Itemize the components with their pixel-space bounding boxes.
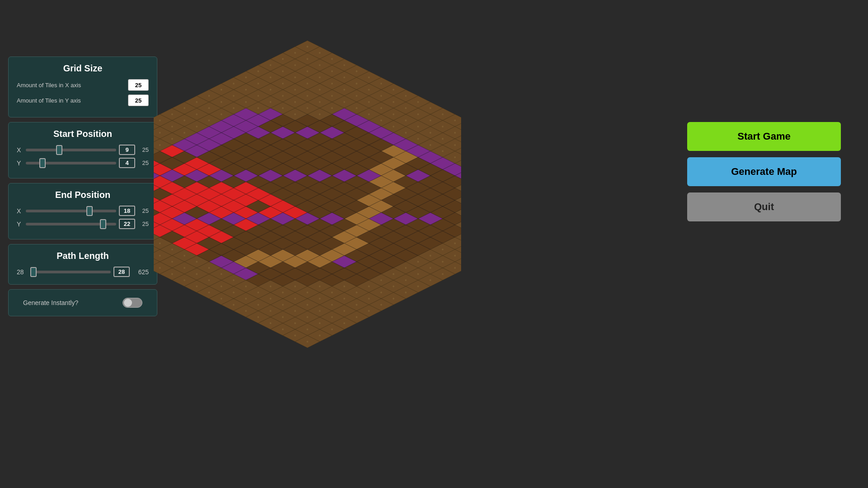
svg-point-932: [429, 279, 431, 281]
svg-point-386: [221, 89, 222, 91]
svg-point-723: [454, 255, 456, 257]
svg-point-159: [319, 89, 321, 91]
grid-size-y-input[interactable]: [128, 94, 149, 106]
start-x-value: 9: [119, 145, 135, 155]
svg-point-270: [294, 101, 296, 103]
svg-point-1439: [233, 279, 235, 281]
svg-point-325: [245, 89, 247, 91]
svg-point-103: [294, 64, 296, 66]
svg-point-1272: [356, 304, 358, 306]
grid-size-x-input[interactable]: [128, 79, 149, 91]
svg-point-869: [159, 144, 161, 146]
svg-point-591: [196, 113, 198, 115]
svg-point-169: [380, 120, 382, 122]
svg-point-1433: [196, 261, 198, 263]
svg-point-331: [282, 107, 284, 109]
start-y-slider[interactable]: [26, 162, 116, 164]
svg-point-5: [331, 58, 333, 60]
svg-point-329: [269, 101, 271, 103]
svg-point-121: [405, 120, 407, 122]
start-y-row: Y 4 25: [17, 158, 149, 168]
svg-point-1491: [233, 291, 235, 293]
quit-button[interactable]: Quit: [687, 192, 841, 221]
svg-point-1545: [245, 310, 247, 312]
svg-point-19: [417, 101, 419, 103]
start-position-panel: Start Position X 9 25 Y 4 25: [8, 122, 157, 178]
svg-point-1427: [159, 243, 161, 244]
end-x-slider[interactable]: [26, 210, 116, 212]
svg-point-179: [442, 150, 443, 152]
svg-point-1547: [257, 316, 259, 318]
end-y-axis-label: Y: [17, 221, 23, 228]
svg-point-930: [417, 273, 419, 275]
svg-point-171: [392, 126, 394, 127]
end-y-slider[interactable]: [26, 223, 116, 225]
svg-point-327: [257, 95, 259, 97]
svg-point-731: [184, 132, 185, 134]
svg-point-1499: [282, 316, 284, 318]
svg-point-1481: [171, 261, 173, 263]
svg-point-73: [429, 120, 431, 122]
svg-point-207: [294, 89, 296, 91]
right-panel: Start Game Generate Map Quit: [687, 122, 841, 221]
svg-point-727: [159, 120, 161, 122]
path-length-row: 28 28 625: [17, 267, 149, 277]
svg-point-61: [356, 83, 358, 84]
svg-point-173: [405, 132, 407, 134]
svg-point-1201: [344, 286, 345, 287]
svg-point-1537: [196, 286, 198, 287]
end-y-value: 22: [119, 219, 135, 229]
start-x-row: X 9 25: [17, 145, 149, 155]
grid-size-panel: Grid Size Amount of Tiles in X axis Amou…: [8, 56, 157, 117]
svg-point-107: [319, 76, 321, 78]
svg-point-153: [282, 70, 284, 72]
generate-map-button[interactable]: Generate Map: [687, 157, 841, 186]
svg-point-794: [454, 267, 456, 269]
start-x-slider[interactable]: [26, 149, 116, 151]
svg-point-652: [454, 243, 456, 244]
svg-point-589: [184, 107, 185, 109]
svg-point-1336: [331, 304, 333, 306]
svg-point-1489: [221, 286, 222, 287]
svg-point-333: [294, 113, 296, 115]
start-y-max: 25: [138, 160, 149, 166]
svg-point-1332: [307, 291, 308, 293]
svg-point-177: [429, 144, 431, 146]
grid-size-x-row: Amount of Tiles in X axis: [17, 79, 149, 91]
generate-instantly-toggle[interactable]: [123, 298, 142, 308]
start-x-max: 25: [138, 146, 149, 153]
end-y-max: 25: [138, 221, 149, 227]
svg-point-800: [171, 138, 173, 140]
toggle-knob: [124, 299, 132, 307]
svg-point-161: [331, 95, 333, 97]
svg-point-1399: [307, 304, 308, 306]
svg-point-211: [319, 101, 321, 103]
svg-point-1541: [221, 298, 222, 300]
svg-point-55: [319, 64, 321, 66]
svg-point-452: [208, 95, 210, 97]
svg-point-1338: [344, 310, 345, 312]
svg-point-123: [417, 126, 419, 127]
start-x-axis-label: X: [17, 146, 23, 154]
end-x-max: 25: [138, 207, 149, 214]
svg-point-593: [208, 120, 210, 122]
end-x-value: 18: [119, 206, 135, 216]
svg-point-163: [344, 101, 345, 103]
svg-point-181: [454, 156, 456, 158]
svg-point-1455: [331, 328, 333, 330]
svg-point-1493: [245, 298, 247, 300]
iso-map-svg: [154, 14, 461, 366]
path-length-slider[interactable]: [30, 271, 111, 273]
svg-point-151: [269, 64, 271, 66]
svg-point-392: [257, 107, 259, 109]
svg-point-1479: [159, 255, 161, 257]
svg-point-155: [294, 76, 296, 78]
svg-point-1539: [208, 291, 210, 293]
end-x-row: X 18 25: [17, 206, 149, 216]
svg-point-1443: [257, 291, 259, 293]
svg-point-69: [405, 107, 407, 109]
start-game-button[interactable]: Start Game: [687, 122, 841, 151]
grid-size-title: Grid Size: [17, 63, 149, 74]
svg-point-71: [417, 113, 419, 115]
svg-point-1274: [368, 310, 370, 312]
